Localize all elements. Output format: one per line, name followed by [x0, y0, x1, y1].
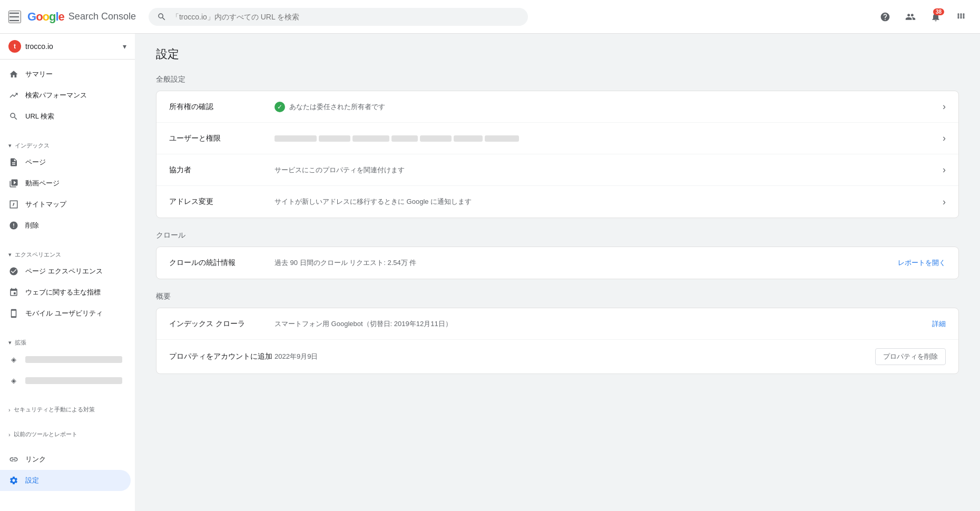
sidebar-label-links: リンク: [25, 455, 122, 464]
apps-button[interactable]: [950, 6, 972, 27]
sidebar-item-page-experience[interactable]: ページ エクスペリエンス: [0, 261, 131, 282]
help-button[interactable]: [875, 6, 896, 27]
sidebar-item-links[interactable]: リンク: [0, 449, 131, 470]
sidebar-label-video-pages: 動画ページ: [25, 179, 122, 188]
search-icon: [157, 12, 166, 22]
collaborators-chevron: ›: [943, 164, 946, 175]
sidebar-label-search-performance: 検索パフォーマンス: [25, 91, 122, 100]
sidebar-label-removal: 削除: [25, 221, 122, 230]
index-crawler-detail-link[interactable]: 詳細: [932, 319, 946, 329]
sidebar-item-settings[interactable]: 設定: [0, 470, 131, 491]
extensions-section: ▾ 拡張 ◈ ◈: [0, 328, 135, 395]
sidebar-item-sitemap[interactable]: サイトマップ: [0, 194, 131, 215]
overview-section-title: 概要: [156, 292, 959, 301]
ownership-row[interactable]: 所有権の確認 ✓ あなたは委任された所有者です ›: [156, 91, 958, 123]
sidebar-item-ext1[interactable]: ◈: [0, 349, 131, 370]
collaborators-row[interactable]: 協力者 サービスにこのプロパティを関連付けます ›: [156, 154, 958, 186]
property-icon: t: [8, 40, 21, 53]
index-category-arrow: ▾: [8, 142, 12, 149]
crawl-section-title: クロール: [156, 231, 959, 240]
search-bar: [149, 8, 528, 26]
property-selector[interactable]: t trocco.io ▾: [0, 34, 135, 60]
address-change-chevron: ›: [943, 196, 946, 208]
extensions-category[interactable]: ▾ 拡張: [0, 332, 135, 349]
sidebar-label-url-inspection: URL 検索: [25, 112, 122, 121]
sidebar-item-search-performance[interactable]: 検索パフォーマンス: [0, 85, 131, 106]
index-crawler-row[interactable]: インデックス クローラ スマートフォン用 Googlebot（切替日: 2019…: [156, 308, 958, 340]
users-blurred-list: [275, 135, 519, 142]
sidebar-item-url-inspection[interactable]: URL 検索: [0, 106, 131, 127]
settings-icon: [8, 475, 19, 486]
general-section-title: 全般設定: [156, 75, 959, 84]
sidebar-item-removal[interactable]: 削除: [0, 215, 131, 236]
trending-up-icon: [8, 90, 19, 101]
layout: t trocco.io ▾ サマリー 検索パフォーマンス: [0, 34, 980, 511]
video-icon: [8, 178, 19, 189]
sidebar-label-sitemap: サイトマップ: [25, 200, 122, 209]
header-left: Google Search Console: [8, 10, 136, 24]
sidebar-item-pages[interactable]: ページ: [0, 152, 131, 173]
main-nav: サマリー 検索パフォーマンス URL 検索: [0, 60, 135, 131]
search-input[interactable]: [172, 13, 520, 21]
general-settings-card: 所有権の確認 ✓ あなたは委任された所有者です › ユーザーと権限: [156, 91, 959, 218]
collaborators-content: サービスにこのプロパティを関連付けます: [275, 165, 943, 175]
property-added-content: 2022年9月9日: [275, 352, 875, 361]
users-permissions-row[interactable]: ユーザーと権限 ›: [156, 123, 958, 154]
bottom-nav: リンク 設定: [0, 445, 135, 495]
delete-property-button[interactable]: プロパティを削除: [875, 348, 946, 365]
diamond-icon-1: ◈: [8, 354, 19, 365]
open-report-link[interactable]: レポートを開く: [898, 258, 946, 268]
users-permissions-chevron: ›: [943, 133, 946, 144]
index-category-label: インデックス: [15, 142, 50, 150]
logo: Google Search Console: [27, 10, 136, 24]
security-category-arrow: ›: [8, 407, 11, 413]
experience-category-arrow: ▾: [8, 251, 12, 258]
sidebar-item-mobile-usability[interactable]: モバイル ユーザビリティ: [0, 303, 131, 324]
crawl-stats-text: 過去 90 日間のクロール リクエスト: 2.54万 件: [275, 258, 416, 268]
property-added-label: プロパティをアカウントに追加: [169, 352, 275, 361]
experience-category[interactable]: ▾ エクスペリエンス: [0, 244, 135, 261]
home-icon: [8, 69, 19, 80]
index-category[interactable]: ▾ インデックス: [0, 135, 135, 152]
security-category[interactable]: › セキュリティと手動による対策: [0, 399, 135, 416]
check-icon: ✓: [275, 102, 285, 112]
search-nav-icon: [8, 111, 19, 122]
page-exp-icon: [8, 266, 19, 277]
address-change-row[interactable]: アドレス変更 サイトが新しいアドレスに移行するときに Google に通知します…: [156, 186, 958, 218]
extensions-category-arrow: ▾: [8, 339, 12, 346]
previous-category[interactable]: › 以前のツールとレポート: [0, 424, 135, 440]
crawl-stats-label: クロールの統計情報: [169, 258, 275, 268]
sidebar-item-video-pages[interactable]: 動画ページ: [0, 173, 131, 194]
sidebar-item-web-vitals[interactable]: ウェブに関する主な指標: [0, 282, 131, 303]
ownership-chevron: ›: [943, 101, 946, 112]
sidebar-label-web-vitals: ウェブに関する主な指標: [25, 288, 122, 297]
vitals-icon: [8, 287, 19, 298]
search-bar-inner: [149, 8, 528, 26]
links-icon: [8, 454, 19, 465]
property-added-date: 2022年9月9日: [275, 352, 318, 361]
security-section: › セキュリティと手動による対策: [0, 395, 135, 420]
index-crawler-label: インデックス クローラ: [169, 319, 275, 329]
sidebar-label-page-experience: ページ エクスペリエンス: [25, 267, 122, 276]
collaborators-text: サービスにこのプロパティを関連付けます: [275, 165, 405, 175]
menu-button[interactable]: [8, 11, 21, 23]
sidebar-label-pages: ページ: [25, 158, 122, 167]
experience-section: ▾ エクスペリエンス ページ エクスペリエンス ウェブに関する主な指標 モバイ: [0, 240, 135, 328]
crawl-stats-row[interactable]: クロールの統計情報 過去 90 日間のクロール リクエスト: 2.54万 件 レ…: [156, 247, 958, 279]
mobile-icon: [8, 308, 19, 319]
account-button[interactable]: [900, 6, 921, 27]
index-crawler-content: スマートフォン用 Googlebot（切替日: 2019年12月11日）: [275, 319, 932, 329]
overview-card: インデックス クローラ スマートフォン用 Googlebot（切替日: 2019…: [156, 308, 959, 374]
sidebar-item-ext2[interactable]: ◈: [0, 370, 131, 391]
main-content: 設定 全般設定 所有権の確認 ✓ あなたは委任された所有者です › ユーザーと権…: [135, 34, 980, 511]
header-right: 38: [875, 6, 972, 27]
address-change-content: サイトが新しいアドレスに移行するときに Google に通知します: [275, 197, 943, 207]
sidebar-label-ext1: [25, 356, 122, 363]
previous-category-label: 以前のツールとレポート: [14, 430, 77, 438]
sidebar-item-summary[interactable]: サマリー: [0, 64, 131, 85]
ownership-text: あなたは委任された所有者です: [289, 102, 385, 112]
notifications-button[interactable]: 38: [925, 6, 946, 27]
users-permissions-label: ユーザーと権限: [169, 134, 275, 143]
sidebar-label-ext2: [25, 377, 122, 384]
dropdown-icon: ▾: [123, 42, 126, 51]
